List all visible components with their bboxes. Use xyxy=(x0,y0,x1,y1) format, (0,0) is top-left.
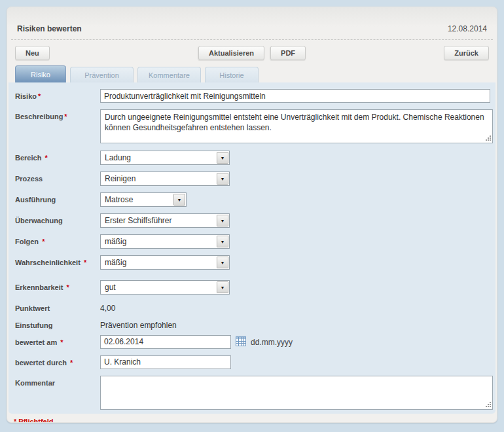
bewertet-durch-input[interactable] xyxy=(100,355,231,369)
dropdown-arrow-icon: ▼ xyxy=(217,281,228,293)
required-asterisk: * xyxy=(14,418,16,423)
punktwert-label: Punktwert xyxy=(15,301,100,314)
neu-button[interactable]: Neu xyxy=(15,46,50,60)
wahrscheinlichkeit-selected-value: mäßig xyxy=(101,256,216,269)
punktwert-value: 4,00 xyxy=(100,301,115,313)
beschreibung-label: Beschreibung* xyxy=(15,109,100,122)
kommentar-label: Kommentar xyxy=(15,376,100,388)
kommentar-wrap xyxy=(100,376,493,410)
tab-bar: Risiko Prävention Kommentare Historie xyxy=(7,62,497,82)
bewertet-am-label: bewertet am * xyxy=(15,335,100,348)
einstufung-value: Prävention empfohlen xyxy=(100,318,177,330)
required-asterisk: * xyxy=(60,338,63,346)
erkennbarkeit-label: Erkennbarkeit * xyxy=(15,280,100,293)
ueberwachung-label: Überwachung xyxy=(15,213,100,226)
required-asterisk: * xyxy=(70,359,73,367)
dropdown-arrow-icon: ▼ xyxy=(173,194,185,206)
bereich-selected-value: Ladung xyxy=(101,151,216,164)
ueberwachung-selected-value: Erster Schiffsführer xyxy=(101,214,216,227)
required-note-text: Pflichtfeld xyxy=(18,418,53,423)
required-asterisk: * xyxy=(42,238,45,245)
required-asterisk: * xyxy=(38,92,41,100)
field-row-bereich: Bereich * Ladung ▼ xyxy=(15,151,490,165)
field-row-erkennbarkeit: Erkennbarkeit * gut ▼ xyxy=(15,280,490,295)
tab-kommentare[interactable]: Kommentare xyxy=(137,67,201,82)
field-row-bewertet-am: bewertet am * dd.mm.yyyy xyxy=(15,335,490,349)
panel-header: Risiken bewerten 12.08.2014 xyxy=(7,7,497,39)
dropdown-arrow-icon: ▼ xyxy=(217,215,228,226)
field-row-ausfuehrung: Ausführung Matrose ▼ xyxy=(15,192,490,207)
toolbar-right-group: Zurück xyxy=(444,46,489,60)
field-row-risiko: Risiko* xyxy=(15,89,490,103)
resize-grip-icon[interactable] xyxy=(484,401,491,407)
required-asterisk: * xyxy=(64,113,67,120)
einstufung-label: Einstufung xyxy=(15,318,100,331)
required-asterisk: * xyxy=(45,154,47,162)
field-row-ueberwachung: Überwachung Erster Schiffsführer ▼ xyxy=(15,213,490,228)
field-row-einstufung: Einstufung Prävention empfohlen xyxy=(15,318,490,331)
field-row-kommentar: Kommentar xyxy=(15,376,490,410)
wahrscheinlichkeit-select[interactable]: mäßig ▼ xyxy=(100,255,230,270)
field-row-bewertet-durch: bewertet durch * xyxy=(15,355,490,369)
beschreibung-wrap: Durch ungeeignete Reinigungsmittel entst… xyxy=(100,109,493,143)
calendar-icon[interactable] xyxy=(236,336,246,349)
wahrscheinlichkeit-label: Wahrscheinlichkeit * xyxy=(15,255,100,268)
dropdown-arrow-icon: ▼ xyxy=(217,152,228,164)
ausfuehrung-selected-value: Matrose xyxy=(101,193,173,206)
ausfuehrung-select[interactable]: Matrose ▼ xyxy=(100,192,187,207)
folgen-selected-value: mäßig xyxy=(101,235,216,248)
tab-praevention[interactable]: Prävention xyxy=(70,67,134,82)
header-date: 12.08.2014 xyxy=(448,24,487,33)
folgen-label: Folgen * xyxy=(15,234,100,247)
risk-assessment-panel: Risiken bewerten 12.08.2014 Neu Aktualis… xyxy=(7,7,497,423)
required-asterisk: * xyxy=(66,283,69,291)
bewertet-am-input[interactable] xyxy=(100,335,231,349)
kommentar-textarea[interactable] xyxy=(100,376,493,410)
bereich-select[interactable]: Ladung ▼ xyxy=(100,151,230,165)
resize-grip-icon[interactable] xyxy=(484,134,491,141)
dropdown-arrow-icon: ▼ xyxy=(217,257,228,268)
ueberwachung-select[interactable]: Erster Schiffsführer ▼ xyxy=(100,213,230,228)
field-row-folgen: Folgen * mäßig ▼ xyxy=(15,234,490,249)
risiko-label: Risiko* xyxy=(15,89,100,101)
bereich-label: Bereich * xyxy=(15,151,100,163)
ausfuehrung-label: Ausführung xyxy=(15,192,100,205)
folgen-select[interactable]: mäßig ▼ xyxy=(100,234,230,249)
date-extra: dd.mm.yyyy xyxy=(236,335,293,349)
zurueck-button[interactable]: Zurück xyxy=(444,46,489,60)
pdf-button[interactable]: PDF xyxy=(270,46,306,60)
date-format-hint: dd.mm.yyyy xyxy=(251,338,293,347)
tab-risiko[interactable]: Risiko xyxy=(15,65,66,82)
beschreibung-textarea[interactable]: Durch ungeeignete Reinigungsmittel entst… xyxy=(100,109,493,143)
page-title: Risiken bewerten xyxy=(17,24,82,33)
bewertet-durch-label: bewertet durch * xyxy=(15,355,100,368)
required-asterisk: * xyxy=(84,259,86,266)
prozess-selected-value: Reinigen xyxy=(101,172,216,185)
risk-form: Risiko* Beschreibung* Durch ungeeignete … xyxy=(9,82,495,414)
prozess-select[interactable]: Reinigen ▼ xyxy=(100,171,230,186)
field-row-wahrscheinlichkeit: Wahrscheinlichkeit * mäßig ▼ xyxy=(15,255,490,270)
toolbar-center-group: Aktualisieren PDF xyxy=(198,46,306,60)
field-row-beschreibung: Beschreibung* Durch ungeeignete Reinigun… xyxy=(15,109,490,143)
field-row-punktwert: Punktwert 4,00 xyxy=(15,301,490,314)
erkennbarkeit-select[interactable]: gut ▼ xyxy=(100,280,230,295)
required-field-note: * Pflichtfeld xyxy=(7,414,497,423)
erkennbarkeit-selected-value: gut xyxy=(101,281,216,294)
field-row-prozess: Prozess Reinigen ▼ xyxy=(15,171,490,186)
dropdown-arrow-icon: ▼ xyxy=(217,173,228,185)
risiko-input[interactable] xyxy=(100,89,490,103)
aktualisieren-button[interactable]: Aktualisieren xyxy=(198,46,264,60)
toolbar: Neu Aktualisieren PDF Zurück xyxy=(7,40,497,62)
prozess-label: Prozess xyxy=(15,171,100,184)
tab-historie[interactable]: Historie xyxy=(205,67,259,82)
dropdown-arrow-icon: ▼ xyxy=(217,236,228,247)
